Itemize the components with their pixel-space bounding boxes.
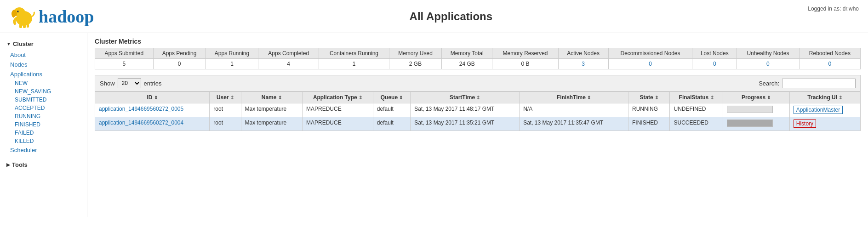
metric-val-containers-running: 1 [319, 59, 389, 69]
sidebar-sublink-killed[interactable]: KILLED [0, 137, 87, 145]
search-label: Search: [759, 80, 779, 87]
col-user[interactable]: User ⇕ [210, 92, 241, 103]
col-final-status[interactable]: FinalStatus ⇕ [670, 92, 723, 103]
sidebar: ▼ Cluster About Nodes Applications NEW N… [0, 33, 87, 217]
search-input[interactable] [782, 79, 856, 88]
app-type-cell: MAPREDUCE [303, 103, 373, 117]
metric-col-rebooted-nodes: Rebooted Nodes [799, 48, 860, 59]
apps-table-body: application_1494669560272_0005 root Max … [95, 103, 861, 131]
app-name-cell: Max temperature [241, 103, 302, 117]
app-finish-time-cell: Sat, 13 May 2017 11:35:47 GMT [520, 117, 628, 131]
metric-val-apps-running: 1 [206, 59, 258, 69]
app-id-cell: application_1494669560272_0004 [95, 117, 210, 131]
show-entries-area: Show 10 20 50 100 entries [100, 78, 162, 88]
sidebar-sublink-failed[interactable]: FAILED [0, 129, 87, 137]
logo-text: hadoop [39, 6, 94, 27]
apps-table-header-row: ID ⇕ User ⇕ Name ⇕ Application Type ⇕ Qu… [95, 92, 861, 103]
app-id-link[interactable]: application_1494669560272_0005 [99, 106, 183, 112]
metric-val-rebooted-nodes[interactable]: 0 [799, 59, 860, 69]
app-tracking-cell: History [789, 117, 860, 131]
metrics-header-row: Apps Submitted Apps Pending Apps Running… [95, 48, 861, 59]
app-final-status-cell: UNDEFINED [670, 103, 723, 117]
metric-val-memory-used: 2 GB [389, 59, 442, 69]
apps-table: ID ⇕ User ⇕ Name ⇕ Application Type ⇕ Qu… [95, 91, 861, 131]
app-queue-cell: default [373, 117, 410, 131]
progress-bar-container [727, 119, 773, 127]
svg-rect-6 [23, 24, 26, 28]
col-id[interactable]: ID ⇕ [95, 92, 210, 103]
hadoop-logo [9, 4, 37, 29]
table-row: application_1494669560272_0004 root Max … [95, 117, 861, 131]
sidebar-sublink-submitted[interactable]: SUBMITTED [0, 96, 87, 104]
app-user-cell: root [210, 103, 241, 117]
metric-val-apps-pending: 0 [153, 59, 206, 69]
page-title-area: All Applications [94, 10, 808, 23]
metric-col-unhealthy-nodes: Unhealthy Nodes [737, 48, 799, 59]
table-row: application_1494669560272_0005 root Max … [95, 103, 861, 117]
col-tracking-ui[interactable]: Tracking UI ⇕ [789, 92, 860, 103]
app-start-time-cell: Sat, 13 May 2017 11:35:21 GMT [411, 117, 520, 131]
cluster-section-header[interactable]: ▼ Cluster [0, 38, 87, 50]
metric-col-decommissioned-nodes: Decommissioned Nodes [608, 48, 692, 59]
page-title: All Applications [94, 10, 808, 23]
col-name[interactable]: Name ⇕ [241, 92, 302, 103]
tracking-link[interactable]: ApplicationMaster [794, 106, 843, 114]
metric-val-lost-nodes[interactable]: 0 [692, 59, 737, 69]
app-name-cell: Max temperature [241, 117, 302, 131]
table-controls: Show 10 20 50 100 entries Search: [95, 75, 861, 91]
cluster-metrics-title: Cluster Metrics [95, 38, 861, 45]
entries-label: entries [144, 80, 162, 87]
metric-col-active-nodes: Active Nodes [558, 48, 608, 59]
app-progress-cell [723, 117, 789, 131]
col-app-type[interactable]: Application Type ⇕ [303, 92, 373, 103]
sidebar-sublink-new-saving[interactable]: NEW_SAVING [0, 87, 87, 96]
app-id-link[interactable]: application_1494669560272_0004 [99, 119, 183, 126]
main-layout: ▼ Cluster About Nodes Applications NEW N… [0, 33, 868, 217]
metric-col-apps-submitted: Apps Submitted [95, 48, 154, 59]
col-start-time[interactable]: StartTime ⇕ [411, 92, 520, 103]
svg-rect-7 [27, 24, 29, 28]
metric-val-unhealthy-nodes[interactable]: 0 [737, 59, 799, 69]
cluster-label: Cluster [13, 40, 34, 47]
entries-select[interactable]: 10 20 50 100 [118, 78, 141, 88]
col-progress[interactable]: Progress ⇕ [723, 92, 789, 103]
show-label: Show [100, 80, 115, 87]
app-state-cell: RUNNING [628, 103, 669, 117]
col-finish-time[interactable]: FinishTime ⇕ [520, 92, 628, 103]
metric-val-apps-submitted: 5 [95, 59, 154, 69]
svg-point-4 [18, 11, 18, 11]
metric-col-memory-used: Memory Used [389, 48, 442, 59]
metric-val-memory-reserved: 0 B [492, 59, 558, 69]
app-start-time-cell: Sat, 13 May 2017 11:48:17 GMT [411, 103, 520, 117]
app-user-cell: root [210, 117, 241, 131]
sidebar-link-scheduler[interactable]: Scheduler [0, 145, 87, 155]
progress-bar-fill [727, 120, 772, 126]
metrics-values-row: 5 0 1 4 1 2 GB 24 GB 0 B 3 0 0 0 0 [95, 59, 861, 69]
metric-val-apps-completed: 4 [258, 59, 319, 69]
tools-triangle: ▶ [6, 162, 10, 167]
header: hadoop All Applications Logged in as: dr… [0, 0, 868, 33]
sidebar-sublink-accepted[interactable]: ACCEPTED [0, 104, 87, 112]
col-state[interactable]: State ⇕ [628, 92, 669, 103]
sidebar-sublink-new[interactable]: NEW [0, 79, 87, 87]
metric-col-memory-reserved: Memory Reserved [492, 48, 558, 59]
tracking-link-history[interactable]: History [794, 119, 816, 128]
col-queue[interactable]: Queue ⇕ [373, 92, 410, 103]
sidebar-link-applications[interactable]: Applications [0, 69, 87, 79]
sidebar-sublink-running[interactable]: RUNNING [0, 112, 87, 120]
app-state-cell: FINISHED [628, 117, 669, 131]
metric-val-active-nodes[interactable]: 3 [558, 59, 608, 69]
metric-col-memory-total: Memory Total [442, 48, 492, 59]
app-final-status-cell: SUCCEEDED [670, 117, 723, 131]
progress-bar-container [727, 106, 773, 113]
app-finish-time-cell: N/A [520, 103, 628, 117]
sidebar-sublink-finished[interactable]: FINISHED [0, 120, 87, 129]
metrics-table: Apps Submitted Apps Pending Apps Running… [95, 48, 861, 69]
metric-col-apps-running: Apps Running [206, 48, 258, 59]
svg-point-3 [17, 11, 19, 12]
metric-val-decommissioned-nodes[interactable]: 0 [608, 59, 692, 69]
sidebar-link-about[interactable]: About [0, 50, 87, 60]
tools-section-header[interactable]: ▶ Tools [0, 159, 87, 171]
svg-rect-5 [19, 24, 22, 28]
sidebar-link-nodes[interactable]: Nodes [0, 60, 87, 69]
